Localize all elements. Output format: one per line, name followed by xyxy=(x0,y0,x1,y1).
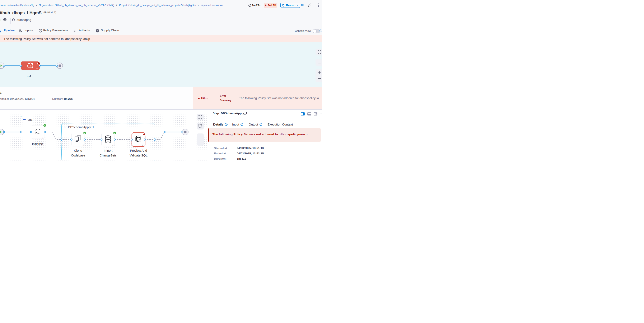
svg-text:</>: </> xyxy=(82,144,84,146)
svg-text:cs1: cs1 xyxy=(27,75,31,78)
svg-text:</>: </> xyxy=(112,144,114,146)
svg-text:</>: </> xyxy=(142,144,144,146)
svg-text:</>: </> xyxy=(36,68,38,70)
svg-text:</>: </> xyxy=(29,65,32,67)
svg-text:</>: </> xyxy=(42,137,44,139)
